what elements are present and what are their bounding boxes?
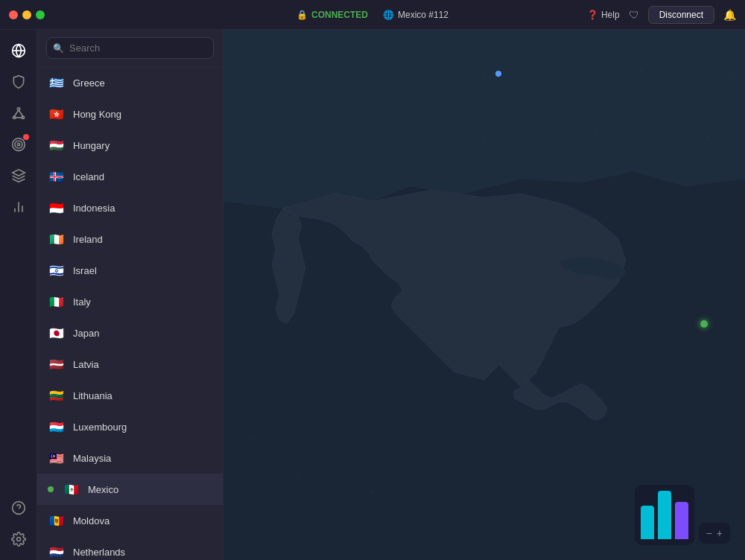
svg-line-6 [19,110,23,116]
country-name: Israel [73,265,97,276]
country-flag: 🇭🇰 [48,105,66,123]
country-name: Greece [73,77,105,89]
titlebar: 🔒 CONNECTED 🌐 Mexico #112 ❓ Help 🛡 Disco… [0,0,745,30]
active-indicator [48,486,54,492]
country-flag: 🇮🇩 [48,199,66,217]
notification-bell-icon[interactable]: 🔔 [723,9,736,21]
help-button[interactable]: ❓ Help [587,10,620,20]
server-info: 🌐 Mexico #112 [383,10,448,20]
search-box: 🔍 [37,30,223,67]
sidebar-icons [0,30,37,560]
country-name: Hungary [73,140,110,151]
stat-bar-2 [658,491,671,539]
question-icon: ❓ [587,10,598,20]
country-item[interactable]: 🇱🇹Lithuania [37,380,223,411]
stats-widget: − + [635,485,730,545]
titlebar-right: ❓ Help 🛡 Disconnect 🔔 [587,6,736,24]
minus-icon[interactable]: − [706,527,712,539]
country-item[interactable]: 🇳🇱Netherlands [37,536,223,560]
search-input[interactable] [46,37,214,59]
svg-point-26 [297,476,299,478]
maximize-button[interactable] [36,10,45,19]
country-flag: 🇲🇽 [63,480,80,498]
svg-marker-11 [12,170,25,176]
search-icon: 🔍 [53,43,64,54]
country-name: Hong Kong [73,109,121,120]
country-flag: 🇱🇺 [48,418,66,436]
country-flag: 🇮🇸 [48,168,66,185]
country-item[interactable]: 🇭🇰Hong Kong [37,98,223,130]
titlebar-center: 🔒 CONNECTED 🌐 Mexico #112 [297,10,448,20]
stat-bar-3 [675,502,688,539]
country-flag: 🇭🇺 [48,136,66,154]
sidebar-item-globe[interactable] [5,37,32,64]
country-name: Italy [73,296,91,308]
country-flag: 🇯🇵 [48,324,66,342]
country-item[interactable]: 🇱🇺Luxembourg [37,411,223,442]
country-name: Malaysia [73,453,111,464]
country-flag: 🇮🇹 [48,293,66,311]
country-item[interactable]: 🇮🇸Iceland [37,161,223,192]
minimize-button[interactable] [22,10,31,19]
country-flag: 🇱🇻 [48,355,66,373]
plus-icon[interactable]: + [717,527,723,539]
countries-scroll: 🇬🇷Greece🇭🇰Hong Kong🇭🇺Hungary🇮🇸Iceland🇮🇩I… [37,67,223,560]
country-item[interactable]: 🇮🇹Italy [37,286,223,317]
disconnect-button[interactable]: Disconnect [648,6,714,24]
country-name: Moldova [73,515,110,526]
country-item[interactable]: 🇲🇽Mexico [37,474,223,505]
main-content: 🔍 🇬🇷Greece🇭🇰Hong Kong🇭🇺Hungary🇮🇸Iceland🇮… [0,30,745,560]
sidebar-item-stats[interactable] [5,194,32,220]
svg-point-25 [253,439,255,441]
country-name: Latvia [73,359,99,370]
country-name: Mexico [88,484,118,495]
svg-point-9 [15,141,22,148]
svg-point-21 [729,72,732,74]
sidebar-item-network[interactable] [5,100,32,127]
country-item[interactable]: 🇮🇩Indonesia [37,192,223,223]
country-item[interactable]: 🇮🇪Ireland [37,223,223,255]
map-area: − + [224,30,745,560]
svg-point-22 [484,141,486,143]
sidebar-item-settings[interactable] [5,526,32,553]
connected-badge: 🔒 CONNECTED [297,10,368,20]
country-item[interactable]: 🇲🇩Moldova [37,505,223,536]
country-name: Lithuania [73,390,112,401]
svg-line-5 [14,110,19,116]
shield-small-icon: 🛡 [629,9,639,21]
connected-label: CONNECTED [311,10,368,20]
country-list: 🔍 🇬🇷Greece🇭🇰Hong Kong🇭🇺Hungary🇮🇸Iceland🇮… [37,30,224,560]
country-flag: 🇮🇱 [48,261,66,279]
lock-icon: 🔒 [297,10,308,20]
location-dot-1 [495,71,501,77]
sidebar-item-target[interactable] [5,131,32,158]
traffic-lights [9,10,45,19]
close-button[interactable] [9,10,18,19]
country-item[interactable]: 🇯🇵Japan [37,317,223,349]
svg-point-19 [484,74,486,76]
country-item[interactable]: 🇭🇺Hungary [37,130,223,161]
country-item[interactable]: 🇱🇻Latvia [37,349,223,380]
svg-point-17 [16,538,20,541]
country-flag: 🇲🇩 [48,512,66,529]
country-item[interactable]: 🇲🇾Malaysia [37,442,223,474]
country-name: Iceland [73,171,104,182]
svg-point-10 [17,143,19,145]
country-item[interactable]: 🇬🇷Greece [37,67,223,98]
country-item[interactable]: 🇮🇱Israel [37,255,223,286]
country-name: Japan [73,328,99,339]
sidebar-item-layers[interactable] [5,162,32,189]
country-name: Netherlands [73,547,125,558]
country-flag: 🇬🇷 [48,74,66,92]
country-name: Indonesia [73,203,115,214]
svg-point-20 [640,70,642,72]
active-server-dot [700,320,708,328]
country-name: Luxembourg [73,421,127,433]
svg-point-2 [17,108,19,110]
country-flag: 🇮🇪 [48,230,66,248]
sidebar-item-shield[interactable] [5,69,32,95]
globe-small-icon: 🌐 [383,10,394,20]
country-flag: 🇲🇾 [48,449,66,467]
svg-point-27 [372,491,374,493]
sidebar-item-help[interactable] [5,494,32,521]
